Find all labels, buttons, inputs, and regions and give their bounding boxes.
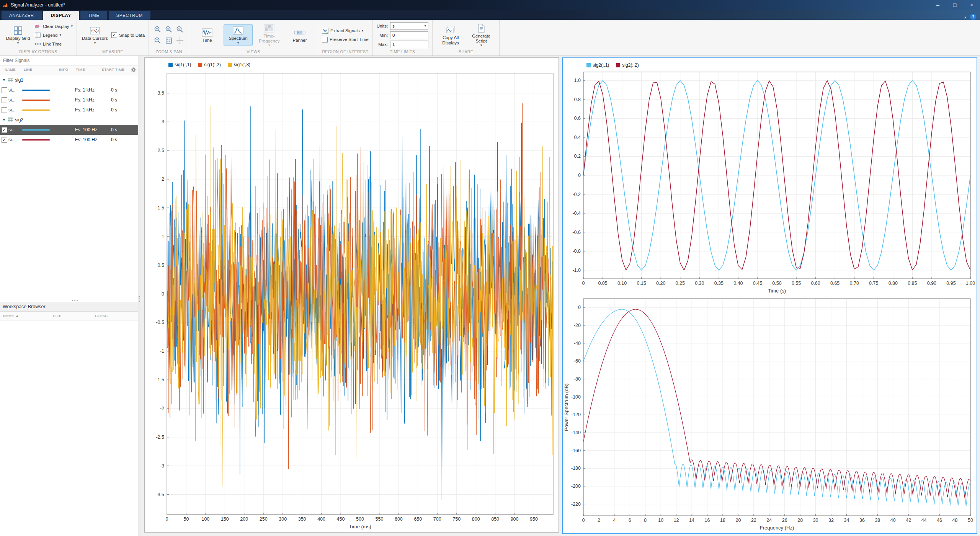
svg-text:Frequency (Hz): Frequency (Hz) bbox=[760, 525, 794, 531]
signal-visible-checkbox[interactable]: ✓ bbox=[2, 137, 7, 143]
svg-text:2: 2 bbox=[162, 176, 164, 182]
svg-text:0.2: 0.2 bbox=[574, 154, 581, 159]
zoom-in-y-button[interactable]: y bbox=[175, 25, 185, 34]
max-input[interactable] bbox=[390, 41, 428, 48]
time-frequency-view-button[interactable]: Time-Frequency ▾ bbox=[255, 22, 283, 48]
signal-row[interactable]: ✓si...Fs: 100 Hz0 s bbox=[0, 135, 138, 145]
time-view-icon bbox=[201, 27, 213, 38]
signal-visible-checkbox[interactable] bbox=[2, 87, 7, 93]
signal-group-row[interactable]: ▼sig1 bbox=[0, 75, 138, 85]
zoom-out-button[interactable] bbox=[153, 36, 163, 46]
sig2-display-panel[interactable]: 00.050.100.150.200.250.300.350.400.450.5… bbox=[562, 57, 977, 534]
maximize-button[interactable]: □ bbox=[946, 0, 963, 10]
svg-text:0.80: 0.80 bbox=[889, 281, 898, 286]
dropdown-arrow-icon: ▾ bbox=[268, 44, 270, 47]
collapse-ribbon-icon[interactable]: ▴ bbox=[964, 15, 966, 19]
svg-text:4: 4 bbox=[613, 518, 616, 523]
tab-analyzer[interactable]: ANALYZER bbox=[2, 11, 42, 20]
ws-column-size[interactable]: SIZE bbox=[53, 314, 62, 318]
sig2-time-legend[interactable]: sig2(:,1)sig2(:,2) bbox=[586, 62, 639, 68]
sig1-time-axes[interactable]: 0501001502002503003504004505005506006507… bbox=[145, 58, 559, 532]
tab-display[interactable]: DISPLAY bbox=[43, 11, 79, 20]
section-label: VIEWS bbox=[191, 49, 316, 56]
spectrum-view-button[interactable]: Spectrum ▾ bbox=[224, 24, 253, 46]
section-zoom-pan: x y ZOOM & PAN bbox=[149, 20, 189, 56]
svg-text:300: 300 bbox=[279, 516, 287, 522]
display-canvas: 0501001502002503003504004505005506006507… bbox=[140, 56, 980, 536]
preserve-start-time-checkbox[interactable]: Preserve Start Time bbox=[322, 36, 369, 44]
signal-row[interactable]: si...Fs: 1 kHz0 s bbox=[0, 105, 138, 115]
svg-text:0.35: 0.35 bbox=[714, 281, 724, 286]
svg-text:20: 20 bbox=[735, 518, 741, 523]
fit-to-view-button[interactable] bbox=[164, 36, 174, 46]
signal-group-row[interactable]: ▼sig2 bbox=[0, 115, 138, 125]
sig1-time-plot[interactable]: 0501001502002503003504004505005506006507… bbox=[145, 58, 559, 532]
legend-button[interactable]: Legend ▾ bbox=[34, 31, 73, 39]
signal-row[interactable]: si...Fs: 1 kHz0 s bbox=[0, 85, 138, 95]
section-region-of-interest: Extract Signals ▾ Preserve Start Time RE… bbox=[318, 20, 373, 56]
panner-button[interactable]: Panner bbox=[286, 26, 314, 44]
fit-to-view-icon bbox=[165, 37, 173, 44]
sig1-display-panel[interactable]: 0501001502002503003504004505005506006507… bbox=[144, 57, 559, 533]
signal-table-header: NAME LINE INFO TIME START TIME bbox=[0, 65, 138, 75]
extract-signals-icon bbox=[322, 28, 328, 34]
svg-text:0.50: 0.50 bbox=[772, 281, 781, 286]
sig1-time-legend[interactable]: sig1(:,1)sig1(:,2)sig1(:,3) bbox=[168, 62, 250, 67]
sig2-time-plot[interactable]: 00.050.100.150.200.250.300.350.400.450.5… bbox=[563, 58, 977, 295]
workspace-browser: Workspace Browser NAME ▲ SIZE CLASS bbox=[0, 302, 138, 536]
filter-signals-input[interactable] bbox=[2, 57, 136, 64]
signal-row[interactable]: ✓si...Fs: 100 Hz0 s bbox=[0, 125, 138, 135]
ws-column-class[interactable]: CLASS bbox=[95, 314, 108, 318]
signal-time: Fs: 1 kHz bbox=[75, 87, 111, 93]
signal-name: si... bbox=[8, 137, 22, 142]
tab-spectrum[interactable]: SPECTRUM bbox=[109, 11, 150, 20]
svg-text:0.75: 0.75 bbox=[869, 281, 878, 286]
units-select[interactable]: s ▾ bbox=[390, 22, 428, 30]
legend-icon bbox=[34, 32, 41, 38]
svg-text:-1: -1 bbox=[160, 348, 164, 354]
extract-signals-button[interactable]: Extract Signals ▾ bbox=[322, 27, 369, 35]
pan-button[interactable] bbox=[175, 36, 185, 46]
legend-item: sig2(:,2) bbox=[616, 62, 639, 68]
svg-text:0.55: 0.55 bbox=[792, 281, 801, 286]
min-input[interactable] bbox=[390, 31, 428, 39]
signal-visible-checkbox[interactable]: ✓ bbox=[2, 127, 7, 133]
max-label: Max: bbox=[377, 42, 388, 47]
link-time-toggle[interactable]: Link Time bbox=[34, 40, 73, 48]
signal-time: Fs: 1 kHz bbox=[75, 107, 111, 113]
pan-icon bbox=[176, 37, 184, 44]
signal-time: Fs: 100 Hz bbox=[75, 137, 111, 142]
window-titlebar[interactable]: Signal Analyzer - untitled* – □ × bbox=[0, 0, 980, 10]
zoom-in-x-button[interactable]: x bbox=[164, 25, 174, 34]
zoom-in-button[interactable] bbox=[153, 25, 163, 34]
generate-script-button[interactable]: Generate Script ▾ bbox=[467, 22, 495, 48]
signal-row[interactable]: si...Fs: 1 kHz0 s bbox=[0, 95, 138, 105]
time-view-button[interactable]: Time bbox=[193, 26, 221, 44]
dropdown-arrow-icon: ▾ bbox=[480, 44, 482, 47]
splitter-handle[interactable] bbox=[69, 300, 81, 302]
data-cursors-button[interactable]: Data Cursors ▾ bbox=[81, 25, 109, 45]
section-measure: Data Cursors ▾ ✓ Snap to Data MEASURE bbox=[77, 20, 149, 56]
svg-text:-0.8: -0.8 bbox=[572, 248, 581, 254]
sig2-spectrum-plot[interactable]: 0246810121416182022242628303234363840424… bbox=[563, 295, 977, 533]
signal-visible-checkbox[interactable] bbox=[2, 97, 7, 103]
minimize-button[interactable]: – bbox=[929, 0, 946, 10]
close-button[interactable]: × bbox=[963, 0, 980, 10]
clear-display-button[interactable]: Clear Display ▾ bbox=[34, 22, 73, 30]
tab-time[interactable]: TIME bbox=[80, 11, 107, 20]
signal-visible-checkbox[interactable] bbox=[2, 107, 7, 113]
svg-text:16: 16 bbox=[705, 518, 710, 523]
snap-to-data-checkbox[interactable]: ✓ Snap to Data bbox=[111, 31, 145, 39]
expand-arrow-icon[interactable]: ▼ bbox=[2, 78, 6, 82]
help-icon[interactable]: ? bbox=[970, 14, 976, 20]
expand-arrow-icon[interactable]: ▼ bbox=[2, 118, 6, 122]
sig2-spectrum-axes[interactable]: 0246810121416182022242628303234363840424… bbox=[563, 295, 977, 533]
ws-column-name[interactable]: NAME ▲ bbox=[3, 314, 19, 318]
sig2-time-axes[interactable]: 00.050.100.150.200.250.300.350.400.450.5… bbox=[563, 58, 977, 295]
gear-icon[interactable] bbox=[131, 67, 136, 73]
copy-all-displays-button[interactable]: Copy All Displays bbox=[436, 24, 465, 46]
svg-text:0.30: 0.30 bbox=[695, 281, 704, 286]
svg-text:1.00: 1.00 bbox=[966, 281, 975, 286]
display-grid-button[interactable]: Display Grid ▾ bbox=[4, 25, 32, 45]
svg-text:-200: -200 bbox=[571, 484, 581, 489]
